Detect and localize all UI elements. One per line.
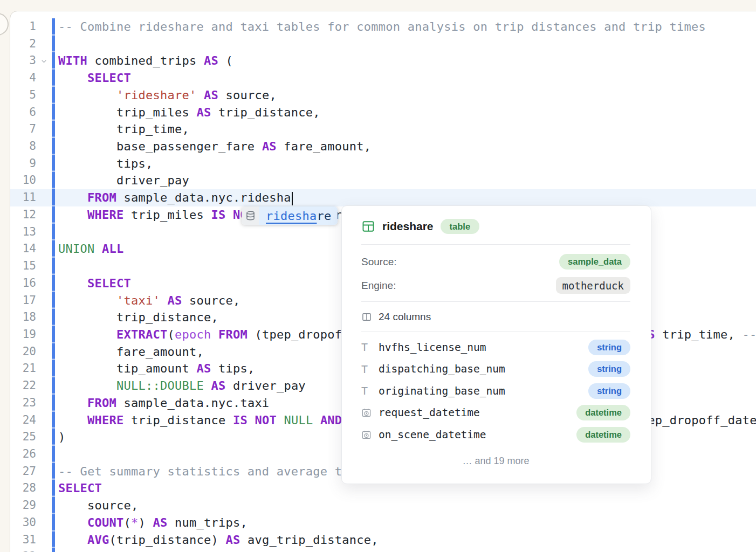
code-text[interactable]: tips, <box>55 155 756 172</box>
line-number: 17 <box>10 292 36 309</box>
line-number: 8 <box>10 138 36 155</box>
divider <box>361 301 630 302</box>
code-text[interactable]: WITH combined_trips AS ( <box>55 52 756 70</box>
columns-count-row: 24 columns <box>361 310 630 324</box>
text-type-icon: T <box>361 363 379 376</box>
code-line-4[interactable]: 4 SELECT <box>10 70 756 87</box>
column-row: request_datetimedatetime <box>361 402 630 424</box>
divider <box>361 332 630 332</box>
columns-icon <box>361 312 372 322</box>
more-columns-note: … and 19 more <box>361 456 630 467</box>
code-line-29[interactable]: 29 source, <box>10 497 756 514</box>
text-cursor <box>292 192 293 205</box>
column-row: on_scene_datetimedatetime <box>361 424 630 446</box>
line-number: 7 <box>10 121 36 138</box>
line-number: 18 <box>10 309 36 326</box>
line-number: 5 <box>10 87 36 104</box>
code-line-11[interactable]: 11 FROM sample_data.nyc.ridesha <box>10 189 756 206</box>
line-number: 12 <box>10 206 36 224</box>
columns-count: 24 columns <box>379 311 431 323</box>
code-text[interactable]: driver_pay <box>55 172 756 189</box>
line-number: 29 <box>10 497 36 514</box>
change-indicator-bar <box>52 36 55 53</box>
engine-row: Engine: motherduck <box>361 277 630 294</box>
line-number: 11 <box>10 189 36 206</box>
autocomplete-rest-text: re <box>317 209 331 223</box>
chevron-down-icon[interactable] <box>36 58 52 65</box>
line-number: 2 <box>10 36 36 53</box>
partial-circle-button[interactable] <box>0 13 9 36</box>
column-name: dispatching_base_num <box>379 363 588 375</box>
column-type-badge: datetime <box>576 427 630 443</box>
code-text[interactable]: AVG(trip_time) AS avg_trip_time, <box>55 548 756 552</box>
text-type-icon: T <box>361 341 379 354</box>
divider <box>361 244 630 245</box>
source-row: Source: sample_data <box>361 253 630 270</box>
line-number: 19 <box>10 326 36 343</box>
engine-label: Engine: <box>361 280 396 292</box>
autocomplete-item-rideshare[interactable]: rideshare <box>259 206 338 225</box>
column-name: on_scene_datetime <box>379 429 576 441</box>
code-line-5[interactable]: 5 'rideshare' AS source, <box>10 87 756 104</box>
line-number: 24 <box>10 412 36 429</box>
code-text[interactable]: trip_time, <box>55 121 756 138</box>
column-type-badge: datetime <box>576 405 630 420</box>
code-line-10[interactable]: 10 driver_pay <box>10 172 756 189</box>
column-row: Thvfhs_license_numstring <box>361 336 630 358</box>
column-type-badge: string <box>588 340 630 355</box>
code-line-6[interactable]: 6 trip_miles AS trip_distance, <box>10 104 756 121</box>
line-number: 15 <box>10 258 36 275</box>
code-text[interactable]: COUNT(*) AS num_trips, <box>55 514 756 532</box>
column-name: originating_base_num <box>379 385 588 397</box>
change-indicator-bar <box>52 446 55 463</box>
calendar-clock-icon <box>361 430 379 440</box>
sql-editor-screen: 1-- Combine rideshare and taxi tables fo… <box>0 0 756 552</box>
code-text[interactable]: trip_miles AS trip_distance, <box>55 104 756 121</box>
column-row: Toriginating_base_numstring <box>361 380 630 402</box>
line-number: 25 <box>10 429 36 446</box>
line-number: 14 <box>10 240 36 258</box>
code-text[interactable]: SELECT <box>55 70 756 87</box>
table-type-badge: table <box>441 219 480 234</box>
line-number: 27 <box>10 463 36 480</box>
line-number: 3 <box>10 52 36 70</box>
code-text[interactable]: -- Combine rideshare and taxi tables for… <box>55 18 756 36</box>
line-number: 23 <box>10 395 36 412</box>
code-text[interactable]: base_passenger_fare AS fare_amount, <box>55 138 756 155</box>
code-text[interactable]: source, <box>55 497 756 514</box>
column-type-badge: string <box>588 383 630 399</box>
line-number: 31 <box>10 532 36 549</box>
autocomplete-match-text: ridesha <box>266 209 317 223</box>
source-label: Source: <box>361 256 396 268</box>
line-number: 1 <box>10 18 36 36</box>
code-line-32[interactable]: 32 AVG(trip_time) AS avg_trip_time, <box>10 548 756 552</box>
code-line-2[interactable]: 2 <box>10 36 756 53</box>
code-text[interactable]: AVG(trip_distance) AS avg_trip_distance, <box>55 532 756 549</box>
code-text[interactable]: 'rideshare' AS source, <box>55 87 756 104</box>
column-type-badge: string <box>588 361 630 377</box>
code-line-1[interactable]: 1-- Combine rideshare and taxi tables fo… <box>10 18 756 36</box>
column-name: hvfhs_license_num <box>379 341 588 354</box>
line-number: 13 <box>10 224 36 241</box>
line-number: 10 <box>10 172 36 189</box>
engine-badge: motherduck <box>556 277 630 294</box>
line-number: 6 <box>10 104 36 121</box>
code-line-30[interactable]: 30 COUNT(*) AS num_trips, <box>10 514 756 532</box>
autocomplete-popup[interactable]: rideshare <box>242 206 338 225</box>
line-number: 9 <box>10 155 36 172</box>
column-name: request_datetime <box>379 406 576 419</box>
code-line-31[interactable]: 31 AVG(trip_distance) AS avg_trip_distan… <box>10 532 756 549</box>
table-icon <box>361 219 375 233</box>
code-line-8[interactable]: 8 base_passenger_fare AS fare_amount, <box>10 138 756 155</box>
change-indicator-bar <box>52 224 55 241</box>
table-info-card: rideshare table Source: sample_data Engi… <box>341 205 651 484</box>
source-badge: sample_data <box>559 254 630 270</box>
code-text[interactable]: FROM sample_data.nyc.ridesha <box>55 189 756 206</box>
table-card-header: rideshare table <box>361 218 630 235</box>
code-line-3[interactable]: 3WITH combined_trips AS ( <box>10 52 756 70</box>
database-icon <box>242 206 259 225</box>
code-line-9[interactable]: 9 tips, <box>10 155 756 172</box>
line-number: 22 <box>10 377 36 395</box>
column-row: Tdispatching_base_numstring <box>361 358 630 381</box>
code-line-7[interactable]: 7 trip_time, <box>10 121 756 138</box>
